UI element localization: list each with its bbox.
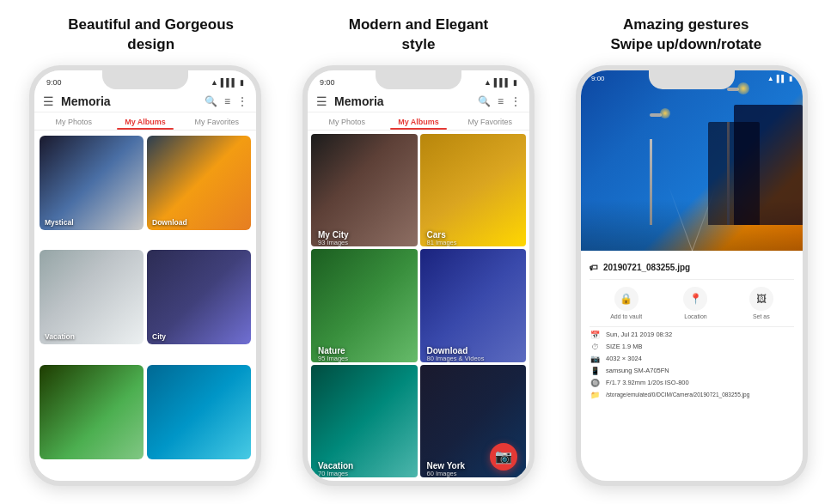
more-icon[interactable]: ⋮	[237, 95, 247, 107]
tab-myphotos[interactable]: My Photos	[38, 112, 109, 130]
album-plants[interactable]	[40, 365, 144, 459]
phone3: 9:00 ▲ ▌▌ ▮ 🏷 20190721_083255.jpg	[576, 65, 808, 486]
meta-dimensions-value: 4032 × 3024	[606, 355, 642, 362]
search-icon2[interactable]: 🔍	[478, 95, 491, 107]
action-buttons-row: 🔒 Add to vault 📍 Location 🖼 Set as	[590, 280, 794, 327]
battery-icon: ▮	[240, 78, 244, 87]
meta-size-value: SIZE 1.9 MB	[606, 343, 643, 350]
battery-icon2: ▮	[513, 78, 517, 87]
meta-path: 📁 /storage/emulated/0/DCIM/Camera/201907…	[590, 391, 794, 399]
road-line1	[669, 186, 693, 251]
aperture-icon: 🔘	[590, 379, 600, 387]
album-mycity[interactable]: My City 93 Images	[311, 134, 418, 246]
search-icon[interactable]: 🔍	[205, 95, 217, 107]
album-nature-count: 95 Images	[318, 355, 348, 362]
wifi-icon: ▲	[211, 78, 218, 87]
phone1-header: ☰ Memoria 🔍 ≡ ⋮	[34, 91, 256, 112]
phone2-status-icons: ▲ ▌▌▌ ▮	[484, 78, 517, 87]
filter-icon[interactable]: ≡	[224, 95, 230, 107]
meta-camera-value: F/1.7 3.92mm 1/20s ISO-800	[606, 379, 689, 386]
wifi-icon2: ▲	[484, 78, 492, 87]
phone1-status-icons: ▲ ▌▌▌ ▮	[211, 78, 244, 87]
album-newyork-count: 60 Images	[427, 470, 457, 477]
phone1-notch	[102, 70, 188, 89]
phone2-header-icons: 🔍 ≡ ⋮	[478, 95, 521, 107]
tab2-myfavorites[interactable]: My Favorites	[455, 112, 526, 130]
photo-signal-icon: ▌▌	[777, 75, 786, 82]
section3-title: Amazing gestures Swipe up/down/rotate	[553, 15, 820, 55]
menu-icon[interactable]: ☰	[43, 94, 54, 108]
tab2-myphotos[interactable]: My Photos	[311, 112, 382, 130]
tab-myalbums[interactable]: My Albums	[109, 112, 180, 130]
phone2: 9:00 ▲ ▌▌▌ ▮ ☰ Memoria 🔍 ≡ ⋮ My Photos M…	[302, 65, 535, 486]
phone1-album-grid: Mystical Download Vacation City	[34, 131, 256, 481]
album-cars-count: 81 Images	[427, 239, 457, 246]
phones-row: 9:00 ▲ ▌▌▌ ▮ ☰ Memoria 🔍 ≡ ⋮ My Photos M…	[0, 65, 837, 504]
location-btn-label: Location	[684, 313, 706, 319]
file-icon: 🏷	[590, 263, 598, 272]
album-vacation2-count: 70 Images	[318, 470, 348, 477]
section2-title: Modern and Elegant style	[284, 15, 552, 55]
photo-wifi-icon: ▲	[767, 75, 774, 82]
album-city-label: City	[152, 332, 166, 341]
calendar-icon: 📅	[590, 331, 600, 339]
phone1-time: 9:00	[46, 78, 62, 87]
filter-icon2[interactable]: ≡	[498, 95, 504, 107]
tab-myfavorites[interactable]: My Favorites	[181, 112, 253, 130]
lamp1-glow	[660, 108, 670, 118]
meta-date-value: Sun, Jul 21 2019 08:32	[606, 331, 672, 338]
phone2-notch	[376, 70, 461, 89]
menu-icon2[interactable]: ☰	[316, 94, 327, 108]
phone2-album-grid: My City 93 Images Cars 81 Images Nature …	[308, 131, 529, 481]
phone1-header-icons: 🔍 ≡ ⋮	[205, 95, 247, 107]
meta-date: 📅 Sun, Jul 21 2019 08:32	[590, 331, 794, 339]
tab2-myalbums[interactable]: My Albums	[382, 112, 454, 130]
phone3-notch	[649, 70, 735, 89]
set-as-btn[interactable]: 🖼 Set as	[749, 287, 773, 319]
album-vacation2[interactable]: Vacation 70 Images	[311, 365, 418, 477]
phone1-screen: 9:00 ▲ ▌▌▌ ▮ ☰ Memoria 🔍 ≡ ⋮ My Photos M…	[34, 70, 256, 481]
signal-icon: ▌▌▌	[221, 78, 237, 87]
phone1-tab-bar: My Photos My Albums My Favorites	[34, 112, 256, 131]
album-city[interactable]: City	[147, 250, 251, 344]
phone1: 9:00 ▲ ▌▌▌ ▮ ☰ Memoria 🔍 ≡ ⋮ My Photos M…	[29, 65, 261, 486]
album-download2[interactable]: Download 80 Images & Videos	[420, 249, 527, 361]
more-icon2[interactable]: ⋮	[510, 95, 521, 107]
photo-status-icons: ▲ ▌▌ ▮	[767, 75, 792, 82]
album-download2-count: 80 Images & Videos	[427, 355, 485, 362]
detail-filename: 20190721_083255.jpg	[603, 263, 690, 272]
photo-battery-icon: ▮	[789, 75, 792, 82]
album-vacation[interactable]: Vacation	[40, 250, 144, 344]
meta-camera: 🔘 F/1.7 3.92mm 1/20s ISO-800	[590, 379, 794, 387]
photo-time: 9:00	[591, 75, 605, 82]
detail-photo: 9:00 ▲ ▌▌ ▮	[581, 70, 803, 251]
phone2-screen: 9:00 ▲ ▌▌▌ ▮ ☰ Memoria 🔍 ≡ ⋮ My Photos M…	[308, 70, 529, 481]
meta-device-value: samsung SM-A705FN	[606, 367, 669, 374]
meta-device: 📱 samsung SM-A705FN	[590, 367, 794, 375]
add-to-vault-btn[interactable]: 🔒 Add to vault	[610, 287, 642, 319]
vault-btn-label: Add to vault	[610, 313, 642, 319]
album-mystical[interactable]: Mystical	[40, 136, 144, 230]
device-icon: 📱	[590, 367, 600, 375]
location-btn[interactable]: 📍 Location	[683, 287, 707, 319]
phone2-app-title: Memoria	[334, 94, 478, 108]
phone2-header: ☰ Memoria 🔍 ≡ ⋮	[308, 91, 529, 112]
lamp1	[650, 139, 652, 225]
set-as-icon: 🖼	[749, 287, 773, 311]
dimensions-icon: 📷	[590, 355, 600, 363]
phone3-screen: 9:00 ▲ ▌▌ ▮ 🏷 20190721_083255.jpg	[581, 70, 803, 481]
meta-path-value: /storage/emulated/0/DCIM/Camera/20190721…	[606, 392, 749, 398]
camera-fab[interactable]: 📷	[490, 443, 517, 471]
meta-dimensions: 📷 4032 × 3024	[590, 355, 794, 363]
meta-size: ⏱ SIZE 1.9 MB	[590, 343, 794, 351]
album-cars[interactable]: Cars 81 Images	[420, 134, 527, 246]
album-download-label: Download	[152, 218, 187, 227]
album-mystical-label: Mystical	[45, 218, 74, 227]
detail-info: 🏷 20190721_083255.jpg 🔒 Add to vault 📍 L…	[581, 251, 803, 481]
size-icon: ⏱	[590, 343, 600, 351]
album-nature[interactable]: Nature 95 Images	[311, 249, 418, 361]
detail-filename-row: 🏷 20190721_083255.jpg	[590, 258, 794, 280]
album-ocean[interactable]	[147, 365, 251, 459]
album-download[interactable]: Download	[147, 136, 251, 230]
folder-icon: 📁	[590, 391, 600, 399]
